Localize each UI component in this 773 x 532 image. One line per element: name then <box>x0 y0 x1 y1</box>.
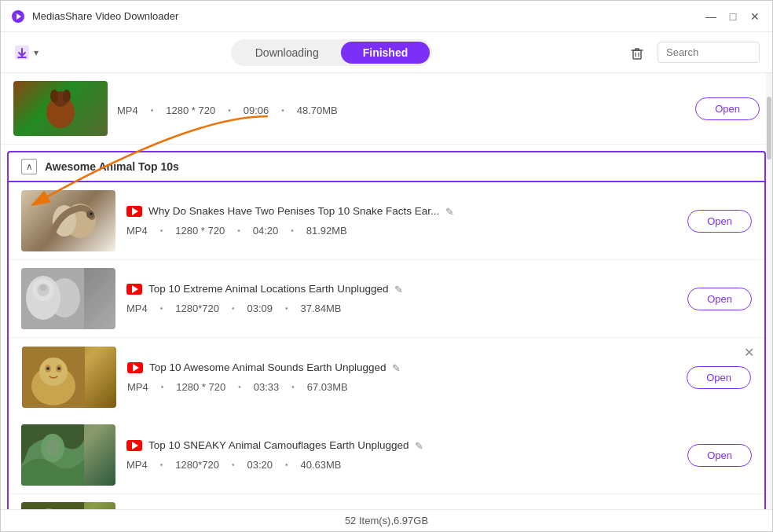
video2-size: 37.84MB <box>301 303 342 314</box>
edit-icon[interactable]: ✎ <box>445 206 456 217</box>
youtube-icon <box>126 440 142 451</box>
snake-svg <box>37 197 100 244</box>
video4-title: Top 10 SNEAKY Animal Camouflages Earth U… <box>148 439 408 451</box>
youtube-icon <box>126 206 142 217</box>
animal4-thumbnail-image <box>21 424 115 486</box>
svg-point-28 <box>46 367 49 370</box>
group-title: Awesome Animal Top 10s <box>45 160 179 173</box>
titlebar: MediasShare Video Downloader — □ ✕ <box>1 1 772 32</box>
close-item-button[interactable]: ✕ <box>744 347 754 359</box>
svg-rect-33 <box>21 502 84 509</box>
tab-finished[interactable]: Finished <box>341 42 430 64</box>
video2-format: MP4 <box>126 303 148 314</box>
first-size: 48.70MB <box>297 105 338 116</box>
maximize-button[interactable]: □ <box>725 9 741 24</box>
bird-thumbnail-image <box>13 81 108 136</box>
video1-title: Why Do Snakes Have Two Penises Top 10 Sn… <box>148 205 439 217</box>
video2-meta: MP4 • 1280*720 • 03:09 • 37.84MB <box>126 303 676 314</box>
snake-thumbnail <box>21 190 115 251</box>
app-menu-chevron: ▾ <box>34 47 38 58</box>
first-thumbnail <box>13 81 108 136</box>
video1-format: MP4 <box>126 225 148 237</box>
youtube-icon <box>127 362 143 373</box>
video2-info: Top 10 Extreme Animal Locations Earth Un… <box>126 283 676 314</box>
titlebar-left: MediasShare Video Downloader <box>10 9 178 24</box>
tab-downloading[interactable]: Downloading <box>233 42 341 64</box>
video1-open-button[interactable]: Open <box>687 210 752 233</box>
search-input[interactable] <box>658 42 760 63</box>
status-bar: 52 Item(s),6.97GB <box>1 509 772 531</box>
edit-icon[interactable]: ✎ <box>394 284 405 295</box>
first-format: MP4 <box>117 105 138 116</box>
toolbar-right <box>625 40 760 65</box>
video3-title-row: Top 10 Awesome Animal Sounds Earth Unplu… <box>127 361 676 373</box>
animal2-thumbnail-image <box>21 268 115 329</box>
video4-open-button[interactable]: Open <box>687 444 752 467</box>
edit-icon[interactable]: ✎ <box>415 440 426 451</box>
video-item: Top 10 Smart Animals Earth Unplugged ✎ <box>9 494 764 509</box>
svg-point-22 <box>40 284 46 291</box>
animal3-svg <box>22 347 85 408</box>
scrollbar-track[interactable] <box>766 73 772 509</box>
svg-point-16 <box>90 213 93 215</box>
video4-title-row: Top 10 SNEAKY Animal Camouflages Earth U… <box>126 439 676 451</box>
video2-title: Top 10 Extreme Animal Locations Earth Un… <box>148 283 388 295</box>
animal2-svg <box>21 268 84 329</box>
svg-rect-4 <box>633 50 641 59</box>
video1-meta: MP4 • 1280 * 720 • 04:20 • 81.92MB <box>126 225 676 237</box>
svg-point-25 <box>39 358 68 386</box>
group-header: ∧ Awesome Animal Top 10s <box>7 151 766 182</box>
video3-size: 67.03MB <box>307 381 348 393</box>
minimize-button[interactable]: — <box>703 9 719 24</box>
edit-icon[interactable]: ✎ <box>392 362 403 373</box>
svg-point-11 <box>50 90 58 102</box>
bird-svg <box>37 85 84 132</box>
delete-button[interactable] <box>625 40 650 65</box>
video3-open-button[interactable]: Open <box>687 366 751 389</box>
toolbar: ▾ Downloading Finished <box>1 32 772 73</box>
video1-info: Why Do Snakes Have Two Penises Top 10 Sn… <box>126 205 676 237</box>
video1-title-row: Why Do Snakes Have Two Penises Top 10 Sn… <box>126 205 676 217</box>
svg-point-32 <box>46 440 59 456</box>
animal5-thumbnail <box>21 502 115 509</box>
first-resolution: 1280 * 720 <box>166 105 215 116</box>
video3-resolution: 1280 * 720 <box>176 381 225 393</box>
app-menu-button[interactable]: ▾ <box>13 44 38 61</box>
youtube-icon <box>126 284 142 295</box>
svg-point-29 <box>57 367 60 370</box>
video-item: Top 10 Awesome Animal Sounds Earth Unplu… <box>9 338 764 416</box>
video2-open-button[interactable]: Open <box>687 288 752 310</box>
video4-size: 40.63MB <box>301 459 342 471</box>
first-item-info: MP4 • 1280 * 720 • 09:06 • 48.70MB <box>117 101 686 116</box>
video4-meta: MP4 • 1280*720 • 03:20 • 40.63MB <box>126 459 676 471</box>
snake-thumbnail-image <box>21 190 115 251</box>
first-duration: 09:06 <box>244 105 269 116</box>
video2-title-row: Top 10 Extreme Animal Locations Earth Un… <box>126 283 676 295</box>
video-item: Why Do Snakes Have Two Penises Top 10 Sn… <box>9 182 764 260</box>
first-video-item: MP4 • 1280 * 720 • 09:06 • 48.70MB Open <box>1 73 772 145</box>
video3-info: Top 10 Awesome Animal Sounds Earth Unplu… <box>127 361 676 393</box>
first-open-button[interactable]: Open <box>695 97 760 120</box>
tab-group: Downloading Finished <box>231 39 433 66</box>
scrollbar-thumb[interactable] <box>767 97 771 160</box>
video4-resolution: 1280*720 <box>175 459 219 471</box>
group-collapse-button[interactable]: ∧ <box>21 159 37 174</box>
animal5-thumbnail-image <box>21 502 115 509</box>
video-item: Top 10 Extreme Animal Locations Earth Un… <box>9 260 764 338</box>
video3-duration: 03:33 <box>254 381 280 393</box>
video4-duration: 03:20 <box>247 459 273 471</box>
video3-title: Top 10 Awesome Animal Sounds Earth Unplu… <box>149 361 386 373</box>
app-title: MediasShare Video Downloader <box>32 10 178 22</box>
video4-format: MP4 <box>126 459 148 471</box>
animal3-thumbnail <box>22 347 116 408</box>
first-item-meta: MP4 • 1280 * 720 • 09:06 • 48.70MB <box>117 105 686 116</box>
video3-meta: MP4 • 1280 * 720 • 03:33 • 67.03MB <box>127 381 676 393</box>
app-icon <box>10 9 26 24</box>
svg-point-12 <box>63 90 71 102</box>
close-button[interactable]: ✕ <box>747 9 763 24</box>
animal4-svg <box>21 424 84 486</box>
video1-duration: 04:20 <box>253 225 279 237</box>
group-container: Why Do Snakes Have Two Penises Top 10 Sn… <box>7 182 766 509</box>
animal3-thumbnail-image <box>22 347 116 408</box>
download-icon <box>13 44 31 61</box>
